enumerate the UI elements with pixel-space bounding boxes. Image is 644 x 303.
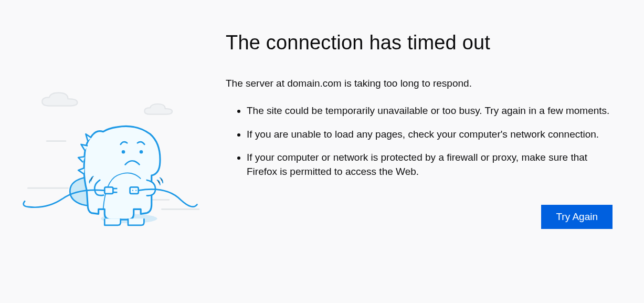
svg-point-12	[135, 190, 136, 191]
svg-point-6	[140, 151, 142, 153]
error-illustration	[21, 26, 199, 282]
error-reason-item: If you are unable to load any pages, che…	[247, 128, 613, 142]
svg-point-5	[122, 151, 124, 153]
error-reason-item: The site could be temporarily unavailabl…	[247, 104, 613, 118]
svg-rect-7	[104, 187, 113, 194]
svg-point-11	[132, 190, 133, 191]
error-reason-item: If your computer or network is protected…	[247, 151, 613, 179]
error-subtitle: The server at domain.com is taking too l…	[226, 78, 613, 89]
dino-unplugged-icon	[21, 68, 199, 247]
try-again-button[interactable]: Try Again	[541, 205, 613, 229]
error-title: The connection has timed out	[226, 32, 613, 54]
error-reasons-list: The site could be temporarily unavailabl…	[226, 104, 613, 179]
svg-rect-10	[130, 187, 139, 194]
